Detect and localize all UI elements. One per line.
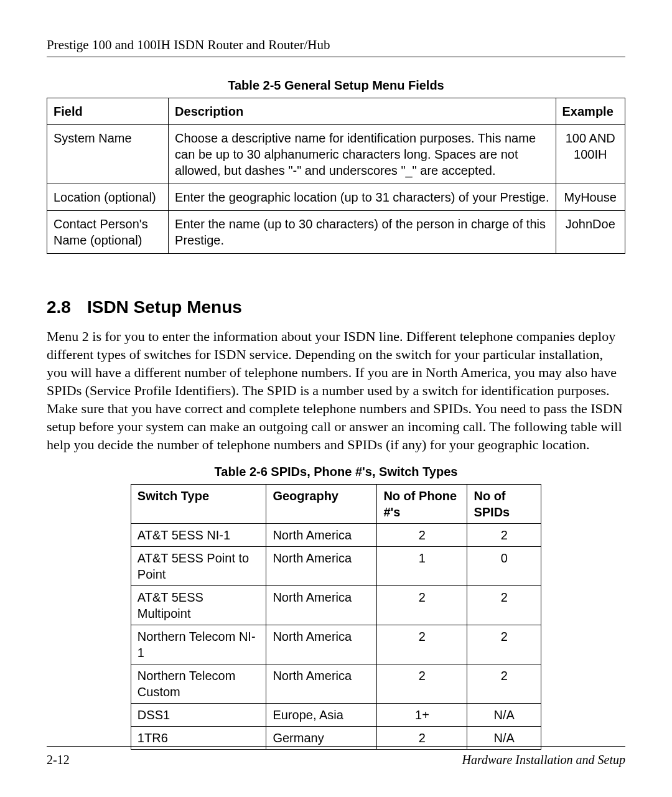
- table-row: System Name Choose a descriptive name fo…: [47, 125, 625, 184]
- section-paragraph: Menu 2 is for you to enter the informati…: [47, 327, 625, 454]
- t25-r1-example: MyHouse: [556, 184, 625, 211]
- t25-r1-desc: Enter the geographic location (up to 31 …: [169, 184, 556, 211]
- t25-r0-example: 100 AND 100IH: [556, 125, 625, 184]
- t26-r3-geo: North America: [266, 625, 377, 664]
- t26-r0-phones: 2: [377, 524, 467, 547]
- t25-r0-field: System Name: [47, 125, 169, 184]
- page-number: 2-12: [47, 753, 70, 767]
- t25-r2-field: Contact Person's Name (optional): [47, 211, 169, 254]
- t26-r2-geo: North America: [266, 586, 377, 625]
- running-title: Prestige 100 and 100IH ISDN Router and R…: [47, 37, 330, 52]
- t26-r4-switch: Northern Telecom Custom: [131, 664, 266, 704]
- t26-r0-spids: 2: [467, 524, 541, 547]
- table-2-6: Switch Type Geography No of Phone #'s No…: [131, 484, 541, 750]
- table-row: AT&T 5ESS Point to Point North America 1…: [131, 547, 541, 586]
- t26-r2-spids: 2: [467, 586, 541, 625]
- t26-r5-phones: 1+: [377, 704, 467, 727]
- t26-r1-phones: 1: [377, 547, 467, 586]
- table-row: Location (optional) Enter the geographic…: [47, 184, 625, 211]
- t26-r1-spids: 0: [467, 547, 541, 586]
- t26-r5-geo: Europe, Asia: [266, 704, 377, 727]
- footer-section-title: Hardware Installation and Setup: [462, 753, 625, 767]
- table-row: Contact Person's Name (optional) Enter t…: [47, 211, 625, 254]
- t26-r4-phones: 2: [377, 664, 467, 704]
- table-row: Northern Telecom NI-1 North America 2 2: [131, 625, 541, 664]
- t26-r4-geo: North America: [266, 664, 377, 704]
- t26-header-geo: Geography: [266, 485, 377, 524]
- section-number: 2.8: [47, 297, 71, 317]
- t26-r4-spids: 2: [467, 664, 541, 704]
- t26-header-switch: Switch Type: [131, 485, 266, 524]
- t26-r3-switch: Northern Telecom NI-1: [131, 625, 266, 664]
- running-header: Prestige 100 and 100IH ISDN Router and R…: [47, 37, 625, 57]
- t25-header-example: Example: [556, 98, 625, 125]
- table-row: Northern Telecom Custom North America 2 …: [131, 664, 541, 704]
- table-2-5-caption: Table 2-5 General Setup Menu Fields: [47, 78, 625, 93]
- t26-r1-geo: North America: [266, 547, 377, 586]
- t26-r2-phones: 2: [377, 586, 467, 625]
- t26-header-spids: No of SPIDs: [467, 485, 541, 524]
- t25-r0-desc: Choose a descriptive name for identifica…: [169, 125, 556, 184]
- t26-r3-phones: 2: [377, 625, 467, 664]
- t25-header-description: Description: [169, 98, 556, 125]
- t26-r3-spids: 2: [467, 625, 541, 664]
- t25-r2-desc: Enter the name (up to 30 characters) of …: [169, 211, 556, 254]
- table-2-6-caption: Table 2-6 SPIDs, Phone #'s, Switch Types: [47, 465, 625, 479]
- t26-r0-geo: North America: [266, 524, 377, 547]
- table-2-5: Field Description Example System Name Ch…: [47, 98, 625, 254]
- t26-r2-switch: AT&T 5ESS Multipoint: [131, 586, 266, 625]
- t25-header-field: Field: [47, 98, 169, 125]
- t26-r5-spids: N/A: [467, 704, 541, 727]
- t26-header-phones: No of Phone #'s: [377, 485, 467, 524]
- t25-r2-example: JohnDoe: [556, 211, 625, 254]
- section-title: ISDN Setup Menus: [87, 297, 242, 317]
- t26-r5-switch: DSS1: [131, 704, 266, 727]
- table-row: DSS1 Europe, Asia 1+ N/A: [131, 704, 541, 727]
- page-footer: 2-12 Hardware Installation and Setup: [47, 746, 625, 767]
- t25-r1-field: Location (optional): [47, 184, 169, 211]
- t26-r0-switch: AT&T 5ESS NI-1: [131, 524, 266, 547]
- table-row: AT&T 5ESS Multipoint North America 2 2: [131, 586, 541, 625]
- section-heading: 2.8ISDN Setup Menus: [47, 297, 625, 317]
- t26-r1-switch: AT&T 5ESS Point to Point: [131, 547, 266, 586]
- table-row: AT&T 5ESS NI-1 North America 2 2: [131, 524, 541, 547]
